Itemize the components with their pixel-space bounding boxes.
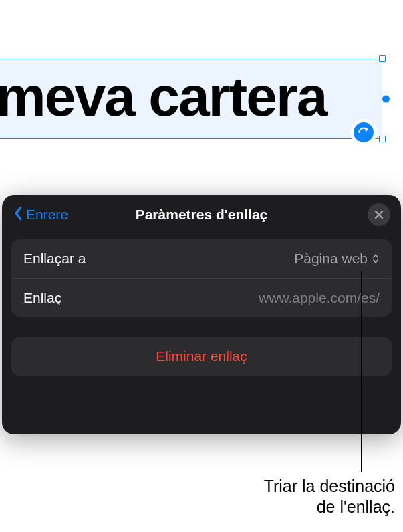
link-to-label: Enllaçar a: [23, 251, 86, 267]
selected-text-box[interactable]: meva cartera: [0, 59, 382, 139]
link-fields-group: Enllaçar a Pàgina web Enllaç www.apple.c…: [11, 239, 392, 317]
link-to-row[interactable]: Enllaçar a Pàgina web: [11, 239, 392, 278]
screenshot-stage: meva cartera Enrere Paràmetres d'enllaç: [0, 0, 403, 532]
close-button[interactable]: [368, 203, 390, 226]
annotation-line2: de l'enllaç.: [264, 497, 395, 517]
popover-header: Enrere Paràmetres d'enllaç: [11, 195, 392, 234]
close-icon: [374, 210, 384, 219]
back-button[interactable]: Enrere: [13, 195, 68, 234]
delete-link-label: Eliminar enllaç: [156, 348, 247, 364]
annotation-text: Triar la destinació de l'enllaç.: [264, 476, 395, 518]
chevron-left-icon: [13, 205, 25, 225]
delete-link-button[interactable]: Eliminar enllaç: [11, 337, 392, 376]
link-to-value-wrap: Pàgina web: [294, 251, 380, 267]
document-canvas: meva cartera: [0, 0, 403, 201]
link-url-row[interactable]: Enllaç www.apple.com/es/: [11, 278, 392, 317]
selection-handle-top-right[interactable]: [379, 55, 386, 62]
link-settings-popover: Enrere Paràmetres d'enllaç Enllaçar a Pà…: [2, 195, 401, 434]
annotation-line1: Triar la destinació: [264, 476, 395, 497]
chevron-up-down-icon: [372, 253, 380, 265]
selection-handle-bottom-right[interactable]: [379, 136, 386, 142]
link-to-value: Pàgina web: [294, 251, 368, 267]
popover-title: Paràmetres d'enllaç: [136, 207, 268, 223]
linked-text[interactable]: meva cartera: [0, 64, 326, 129]
link-url-label: Enllaç: [23, 290, 61, 306]
annotation-leader-line: [361, 271, 362, 472]
back-label: Enrere: [26, 207, 68, 223]
text-cursor-handle[interactable]: [382, 96, 390, 103]
link-badge-icon[interactable]: [350, 119, 377, 146]
